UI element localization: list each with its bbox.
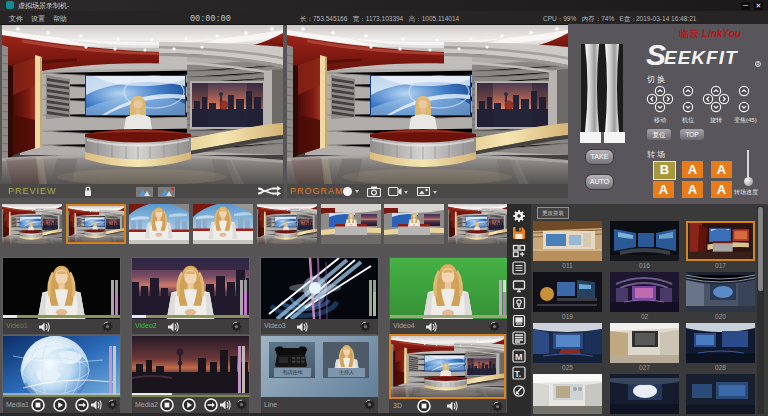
svg-text:M: M bbox=[515, 352, 523, 362]
svg-text:变焦(45): 变焦(45) bbox=[734, 116, 757, 124]
svg-text:S: S bbox=[646, 38, 666, 69]
svg-text:移动: 移动 bbox=[654, 117, 666, 124]
svg-text:EEKFIT: EEKFIT bbox=[664, 47, 738, 68]
svg-text:旋转: 旋转 bbox=[710, 117, 722, 124]
svg-text:机位: 机位 bbox=[682, 117, 694, 123]
svg-text:T.: T. bbox=[515, 369, 522, 379]
